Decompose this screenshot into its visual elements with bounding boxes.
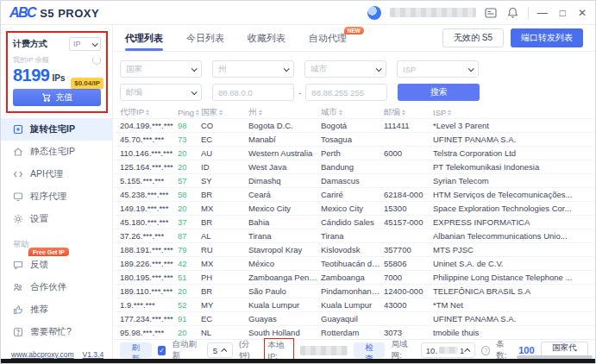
cell-zip: 6000 — [384, 148, 433, 158]
id-card-icon[interactable] — [485, 6, 498, 19]
table-row[interactable]: 188.191.***.***79RUStavropol KrayKislovo… — [113, 242, 595, 256]
table-row[interactable]: 37.26.***.***87ALTiranaTiranaAlbanian Te… — [113, 229, 595, 242]
close-button[interactable]: ✕ — [578, 8, 587, 18]
tab-label: 代理列表 — [125, 32, 163, 45]
table-row[interactable]: 189.226.***.***42MXMéxicoTeotihuacán de … — [113, 256, 595, 270]
tab-favorites-list[interactable]: 收藏列表 — [248, 25, 285, 51]
table-row[interactable]: 125.164.***.***20IDWest JavaBandungPT Te… — [113, 160, 595, 173]
sidebar-item-static-residential-ip[interactable]: 静态住宅IP — [1, 141, 112, 163]
recharge-button[interactable]: 充值 — [13, 89, 101, 106]
table-row[interactable]: 189.110.***.***20BRSão PauloPindamonhang… — [113, 284, 595, 298]
sidebar-item-settings[interactable]: 设置 — [1, 208, 112, 230]
cell-country: BR — [201, 286, 248, 296]
city-select[interactable]: 城市 — [304, 60, 386, 78]
bell-icon[interactable] — [506, 6, 519, 19]
sidebar-item-referral[interactable]: 推荐 — [1, 298, 112, 321]
cell-isp: Philippine Long Distance Telephone ... — [433, 273, 595, 282]
state-placeholder: 州 — [218, 64, 227, 75]
cell-ping: 20 — [178, 286, 201, 296]
cell-isp: Space Exploration Technologies Cor... — [433, 204, 595, 213]
cell-city: Tirana — [321, 231, 384, 241]
table-row[interactable]: 177.234.***.***91ECGuayasGuayaquilUFINET… — [113, 311, 595, 325]
header-isp[interactable]: ISP — [433, 108, 595, 117]
chevron-down-icon — [191, 66, 198, 72]
cell-isp: EXPRESS INFORMATICA — [433, 217, 595, 227]
tab-auto-proxy[interactable]: 自动代理 NEW — [309, 25, 347, 51]
tab-today-list[interactable]: 今日列表 — [186, 25, 224, 51]
table-row[interactable]: 204.199.***.***98COBogota D.C.Bogotá1114… — [113, 118, 595, 132]
cell-proxy-ip: 125.164.***.*** — [120, 162, 178, 172]
refresh-button[interactable]: 刷新 — [120, 342, 152, 358]
cell-ping: 79 — [178, 245, 201, 254]
header-proxy-ip[interactable]: 代理IP — [120, 107, 178, 118]
cell-isp: UFINET PANAMA S.A. — [433, 135, 595, 144]
billing-unit-select[interactable]: IP — [69, 37, 101, 51]
local-ip-redacted — [300, 346, 347, 355]
cell-isp: PT Telekomunikasi Indonesia — [433, 162, 595, 172]
maximize-button[interactable]: □ — [560, 8, 566, 18]
check-button[interactable]: 检查 — [354, 342, 386, 358]
search-button[interactable]: 搜索 — [398, 84, 480, 101]
interval-stepper[interactable]: 5 — [207, 342, 233, 358]
header-zip[interactable]: 邮编 — [384, 107, 433, 118]
sidebar-item-partners[interactable]: 合作伙伴 — [1, 276, 112, 298]
header-city[interactable]: 城市 — [321, 107, 384, 118]
refresh-balance-icon[interactable] — [92, 56, 101, 65]
cell-zip: 111411 — [384, 121, 433, 130]
isp-select[interactable]: ISP — [397, 60, 479, 78]
cell-proxy-ip: 149.19.***.*** — [120, 204, 178, 213]
website-link[interactable]: www.abcproxy.com — [11, 350, 74, 359]
table-row[interactable]: 110.146.***.***20AUWestern AustraliaPert… — [113, 146, 595, 160]
cell-city: Guayaquil — [321, 314, 384, 323]
sidebar: 计费方式 IP 我的IP 余额 8199 IPs $0.04/IP 充值 — [1, 25, 113, 361]
auto-refresh-checkbox[interactable]: ✓ — [158, 346, 166, 355]
sidebar-item-api-proxy[interactable]: API代理 — [1, 163, 112, 185]
sidebar-item-rotating-residential-ip[interactable]: 旋转住宅IP — [1, 118, 112, 141]
cell-isp: HTM Serviços de Telecomunicações... — [433, 190, 595, 199]
cell-country: AL — [201, 231, 248, 241]
country-select[interactable]: 国家 — [120, 60, 202, 78]
tab-proxy-list[interactable]: 代理列表 — [125, 25, 163, 51]
sidebar-item-feedback[interactable]: Free Get IP 反馈 — [1, 254, 112, 276]
cell-state: Stavropol Kray — [248, 245, 321, 254]
version-link[interactable]: V1.3.4 — [83, 350, 104, 359]
new-badge: NEW — [344, 27, 364, 35]
chevron-down-icon — [191, 89, 198, 95]
sidebar-item-program-proxy[interactable]: 程序代理 — [1, 185, 112, 208]
table-row[interactable]: 45.180.***.***37BRBahiaCándido Sales4515… — [113, 215, 595, 229]
billing-unit-value: IP — [73, 40, 81, 48]
table-row[interactable]: 180.195.***.***51PHZamboanga PeninsulaZa… — [113, 270, 595, 284]
chevron-down-icon — [376, 66, 382, 72]
table-row[interactable]: 45.70.***.***73ECManabíTosaguaUFINET PAN… — [113, 132, 595, 146]
cell-isp: tmobile thuis — [433, 328, 595, 337]
user-avatar[interactable] — [367, 6, 381, 20]
free-get-ip-badge: Free Get IP — [28, 248, 69, 256]
ip-range-end-input[interactable]: 88.88.255.255 — [305, 84, 387, 101]
header-country[interactable]: 国家 — [201, 107, 248, 118]
cell-ping: 20 — [178, 148, 201, 158]
table-header-row: 代理IP Ping 国家 州 城市 邮编 ISP — [113, 107, 595, 118]
minimize-button[interactable]: — — [537, 8, 548, 18]
invalid-s5-button[interactable]: 无效的 S5 — [442, 28, 504, 47]
state-select[interactable]: 州 — [212, 60, 294, 78]
ip-balance-label: 我的IP 余额 — [13, 55, 49, 65]
question-icon — [13, 327, 23, 337]
cell-state: Western Australia — [248, 148, 321, 158]
header-ping[interactable]: Ping — [178, 108, 201, 117]
table-row[interactable]: 95.98.***.***20NLSouth HollandRotterdam3… — [113, 325, 595, 339]
lan-ip-stepper[interactable]: 10. 1 — [421, 342, 476, 358]
table-row[interactable]: 5.155.***.***57SYDimashqDamascusSyrian T… — [113, 173, 595, 187]
cell-zip: 15300 — [384, 204, 433, 213]
port-forward-list-button[interactable]: 端口转发列表 — [511, 28, 583, 47]
cell-zip: 45157-000 — [384, 217, 433, 227]
cell-country: RU — [201, 245, 248, 254]
table-row[interactable]: 45.238.***.***58BRCearáCariré62184-000HT… — [113, 187, 595, 201]
table-row[interactable]: 1.9.***.***52MYKuala LumpurKuala Lumpur4… — [113, 298, 595, 311]
help-circle-icon[interactable]: ? — [481, 346, 490, 355]
table-row[interactable]: 149.19.***.***20MXMexico CityMexico City… — [113, 201, 595, 215]
billing-method-label: 计费方式 — [13, 38, 47, 50]
ip-range-start-input[interactable]: 88.88.0.0 — [212, 84, 294, 101]
header-state[interactable]: 州 — [248, 107, 321, 118]
sidebar-item-need-help[interactable]: 需要帮忙? — [1, 321, 112, 343]
zip-select[interactable]: 邮编 — [120, 84, 202, 101]
